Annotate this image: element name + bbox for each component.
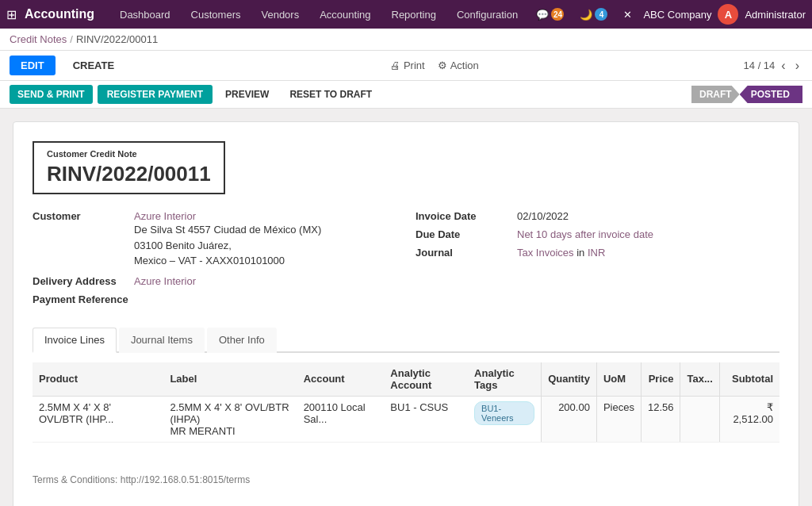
cell-label: 2.5MM X 4' X 8' OVL/BTR (IHPA) MR MERANT… [163, 396, 297, 442]
tab-journal-items[interactable]: Journal Items [119, 328, 205, 353]
invoice-table: Product Label Account Analytic Account A… [33, 362, 779, 443]
cell-price: 12.56 [641, 396, 680, 442]
product-name: 2.5MM X 4' X 8' OVL/BTR (IHP... [39, 401, 113, 425]
topnav-right: 💬 24 🌙 4 ✕ ABC Company A Administrator [531, 4, 806, 25]
pagination: 14 / 14 ‹ › [744, 57, 802, 75]
top-navigation: ⊞ Accounting Dashboard Customers Vendors… [0, 0, 812, 29]
form-right: Invoice Date 02/10/2022 Due Date Net 10 … [416, 210, 779, 312]
pagination-text: 14 / 14 [744, 59, 776, 71]
reset-to-draft-button[interactable]: RESET TO DRAFT [282, 85, 380, 104]
send-print-button[interactable]: SEND & PRINT [10, 85, 93, 104]
table-row: 2.5MM X 4' X 8' OVL/BTR (IHP... 2.5MM X … [33, 396, 779, 442]
terms-text: Terms & Conditions: http://192.168.0.51:… [33, 474, 250, 485]
gear-icon: ⚙ [438, 59, 447, 71]
brand-name[interactable]: Accounting [25, 7, 94, 21]
due-date-label: Due Date [416, 228, 511, 240]
col-subtotal: Subtotal [719, 362, 779, 397]
action-bar-center: 🖨 Print ⚙ Action [132, 59, 737, 71]
messages-badge: 24 [551, 8, 564, 21]
breadcrumb-parent[interactable]: Credit Notes [10, 33, 67, 45]
nav-customers[interactable]: Customers [182, 4, 251, 25]
payment-reference-field: Payment Reference [33, 293, 396, 305]
col-quantity: Quantity [542, 362, 597, 397]
message-icon: 💬 [536, 9, 549, 21]
draft-badge: DRAFT [691, 86, 740, 103]
form-left: Customer Azure Interior De Silva St 4557… [33, 210, 396, 312]
customer-field: Customer Azure Interior De Silva St 4557… [33, 210, 396, 269]
label-line1: 2.5MM X 4' X 8' OVL/BTR (IHPA) [170, 401, 290, 425]
cell-tax [680, 396, 719, 442]
register-payment-button[interactable]: REGISTER PAYMENT [98, 85, 213, 104]
prev-page-button[interactable]: ‹ [778, 57, 788, 75]
col-product: Product [33, 362, 163, 397]
delivery-address-label: Delivery Address [33, 275, 128, 287]
create-button[interactable]: CREATE [62, 56, 125, 75]
main-content: Customer Credit Note RINV/2022/00011 Cus… [0, 109, 812, 506]
col-label: Label [163, 362, 297, 397]
credit-note-header: Customer Credit Note RINV/2022/00011 [33, 141, 225, 194]
customer-address-line2: 03100 Benito Juárez, [134, 238, 321, 254]
tabs-bar: Invoice Lines Journal Items Other Info [33, 328, 779, 353]
journal-label: Journal [416, 247, 511, 259]
action-bar: EDIT CREATE 🖨 Print ⚙ Action 14 / 14 ‹ › [0, 51, 812, 81]
nav-vendors[interactable]: Vendors [251, 4, 308, 25]
journal-currency[interactable]: INR [588, 247, 605, 259]
breadcrumb-current: RINV/2022/00011 [76, 33, 158, 45]
cell-quantity: 200.00 [542, 396, 597, 442]
updates-button[interactable]: 🌙 4 [575, 5, 612, 24]
col-account: Account [297, 362, 385, 397]
invoice-date-label: Invoice Date [416, 210, 511, 222]
payment-reference-label: Payment Reference [33, 293, 128, 305]
user-avatar[interactable]: A [718, 4, 738, 25]
tab-invoice-lines[interactable]: Invoice Lines [33, 328, 117, 353]
cell-analytic-account: BU1 - CSUS [384, 396, 468, 442]
edit-button[interactable]: EDIT [10, 56, 56, 75]
cell-analytic-tags: BU1-Veneers [468, 396, 542, 442]
due-date-value[interactable]: Net 10 days after invoice date [517, 228, 653, 240]
journal-value[interactable]: Tax Invoices [517, 247, 574, 259]
grid-icon[interactable]: ⊞ [6, 7, 17, 22]
terms-section: Terms & Conditions: http://192.168.0.51:… [33, 474, 779, 485]
updates-badge: 4 [595, 8, 607, 21]
posted-badge: POSTED [740, 86, 802, 103]
preview-button[interactable]: PREVIEW [217, 85, 277, 104]
cell-subtotal: ₹ 2,512.00 [719, 396, 779, 442]
col-tax: Tax... [680, 362, 719, 397]
nav-accounting[interactable]: Accounting [310, 4, 380, 25]
customer-address-line1: De Silva St 4557 Ciudad de México (MX) [134, 222, 321, 238]
user-name: Administrator [745, 9, 806, 21]
status-badges: DRAFT POSTED [691, 86, 802, 103]
moon-icon: 🌙 [580, 9, 592, 21]
breadcrumb-separator: / [70, 33, 73, 45]
close-icon: ✕ [623, 9, 632, 21]
print-icon: 🖨 [390, 59, 400, 71]
messages-button[interactable]: 💬 24 [531, 5, 569, 24]
journal-in: in [576, 247, 584, 259]
due-date-field: Due Date Net 10 days after invoice date [416, 228, 779, 240]
customer-name[interactable]: Azure Interior [134, 210, 321, 222]
tab-other-info[interactable]: Other Info [207, 328, 277, 353]
nav-dashboard[interactable]: Dashboard [110, 4, 180, 25]
credit-note-number: RINV/2022/00011 [47, 162, 211, 186]
nav-configuration[interactable]: Configuration [447, 4, 527, 25]
customer-address-line3: Mexico – VAT - XAXX010101000 [134, 253, 321, 269]
document-card: Customer Credit Note RINV/2022/00011 Cus… [13, 121, 799, 506]
nav-menu: Dashboard Customers Vendors Accounting R… [110, 4, 528, 25]
customer-label: Customer [33, 210, 128, 222]
col-price: Price [641, 362, 680, 397]
form-grid: Customer Azure Interior De Silva St 4557… [33, 210, 779, 312]
col-uom: UoM [596, 362, 641, 397]
col-analytic-account: Analytic Account [384, 362, 468, 397]
cell-product: 2.5MM X 4' X 8' OVL/BTR (IHP... [33, 396, 163, 442]
cell-account: 200110 Local Sal... [297, 396, 385, 442]
invoice-date-value: 02/10/2022 [517, 210, 569, 222]
print-button[interactable]: 🖨 Print [390, 59, 425, 71]
company-name[interactable]: ABC Company [643, 9, 711, 21]
next-page-button[interactable]: › [792, 57, 802, 75]
analytic-tag: BU1-Veneers [474, 401, 534, 425]
action-button[interactable]: ⚙ Action [438, 59, 479, 71]
delivery-address-value[interactable]: Azure Interior [134, 275, 196, 287]
close-button[interactable]: ✕ [619, 6, 637, 24]
nav-reporting[interactable]: Reporting [382, 4, 446, 25]
journal-field: Journal Tax Invoices in INR [416, 247, 779, 259]
